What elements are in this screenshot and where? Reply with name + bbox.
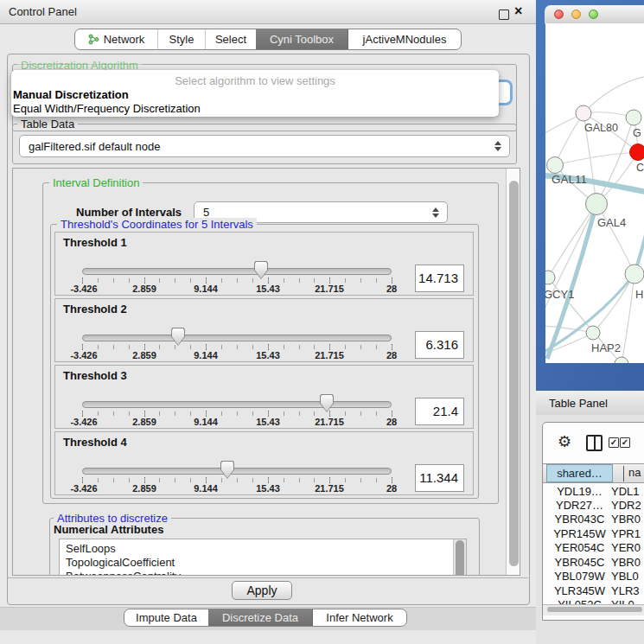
column-header-name[interactable]: na: [628, 466, 641, 479]
threshold-2-slider[interactable]: [82, 335, 392, 341]
attributes-groupbox: Attributes to discretize Numerical Attri…: [49, 518, 480, 576]
table-row[interactable]: YBL079WYBL0: [543, 570, 644, 583]
table-data-group-title: Table Data: [17, 118, 78, 131]
node-label-c: C: [636, 162, 644, 174]
minimize-traffic-light-icon[interactable]: [571, 10, 581, 19]
mode-tabs: Impute Data Discretize Data Infer Networ…: [124, 609, 407, 627]
table-hscrollbar-thumb[interactable]: [547, 607, 642, 612]
table-row[interactable]: YBR043CYBR0: [543, 513, 644, 526]
algorithm-dropdown-popup: Select algorithm to view settings Manual…: [11, 70, 499, 117]
split-columns-icon[interactable]: [586, 435, 603, 451]
threshold-3-slider-thumb[interactable]: [320, 394, 334, 412]
threshold-3-slider[interactable]: [82, 401, 392, 408]
table-window: ⚙ ✓ ✓ shared… na YDL19…YDL1 YDR27…YDR2 Y…: [542, 422, 644, 621]
numerical-attributes-label: Numerical Attributes: [54, 523, 163, 536]
table-row[interactable]: YPR145WYPR1: [543, 527, 644, 541]
list-item[interactable]: BetweennessCentrality: [66, 570, 181, 576]
threshold-3-label: Threshold 3: [63, 369, 127, 382]
threshold-2-panel: Threshold 2 -3.426 2.859 9.144 15.43 21.…: [54, 298, 474, 362]
numerical-attributes-list[interactable]: SelfLoops TopologicalCoefficient Between…: [59, 539, 467, 576]
tab-network[interactable]: Network: [75, 29, 157, 49]
network-window-titlebar[interactable]: [545, 5, 644, 24]
interval-group-title: Interval Definition: [49, 176, 143, 189]
node-red-selected[interactable]: [630, 144, 644, 161]
checkbox-checked-icon[interactable]: ✓: [620, 437, 630, 448]
float-window-icon[interactable]: [499, 10, 509, 20]
node-h[interactable]: [625, 265, 644, 284]
table-row[interactable]: YDL19…YDL1: [543, 485, 644, 499]
settings-scrollbar[interactable]: [506, 169, 520, 576]
node-gal80[interactable]: [576, 105, 591, 121]
settings-scrollbar-thumb[interactable]: [509, 181, 519, 566]
table-row[interactable]: YLR345WYLR3: [543, 584, 644, 598]
threshold-4-panel: Threshold 4 -3.426 2.859 9.144 15.43 21.…: [54, 431, 474, 495]
slider-minor-ticks: [82, 411, 392, 416]
node-label-gal4: GAL4: [597, 216, 626, 229]
table-row[interactable]: YBR045CYBR0: [543, 556, 644, 570]
zoom-traffic-light-icon[interactable]: [589, 10, 598, 19]
slider-minor-ticks: [82, 278, 392, 283]
algorithm-prompt: Select algorithm to view settings: [11, 74, 499, 87]
list-scrollbar[interactable]: [453, 539, 466, 576]
checkbox-checked-icon[interactable]: ✓: [609, 437, 619, 448]
threshold-1-panel: Threshold 1 -3.426 2.859 9.144 15.43 21.…: [54, 232, 474, 296]
table-data-combobox[interactable]: galFiltered.sif default node: [19, 135, 510, 157]
threshold-4-label: Threshold 4: [63, 436, 127, 449]
num-intervals-value: 5: [203, 206, 209, 219]
threshold-1-label: Threshold 1: [63, 236, 127, 249]
threshold-2-label: Threshold 2: [63, 303, 127, 316]
threshold-4-slider-thumb[interactable]: [220, 461, 234, 479]
stepper-arrows-icon: [432, 207, 439, 218]
algorithm-option-manual[interactable]: Manual Discretization: [13, 88, 129, 101]
threshold-4-value-field[interactable]: 11.344: [415, 464, 464, 492]
threshold-2-value-field[interactable]: 6.316: [415, 331, 464, 359]
control-panel-titlebar: Control Panel ×: [0, 0, 536, 24]
threshold-1-slider[interactable]: [82, 268, 392, 275]
threshold-1-slider-thumb[interactable]: [254, 261, 268, 279]
settings-scroll-pane: Interval Definition Number of Intervals …: [12, 168, 520, 576]
column-header-shared-name[interactable]: shared…: [546, 464, 613, 482]
panel-title: Control Panel: [9, 5, 77, 18]
node-label-gal11: GAL11: [552, 173, 587, 186]
control-panel-tabs: Network Style Select Cyni Toolbox jActiv…: [74, 29, 462, 50]
tab-jactivemnodules[interactable]: jActiveMNodules: [348, 29, 461, 49]
node-label-hap2: HAP2: [591, 341, 621, 354]
apply-button[interactable]: Apply: [232, 581, 292, 600]
threshold-4-slider[interactable]: [82, 468, 392, 475]
algorithm-option-equal-width[interactable]: Equal Width/Frequency Discretization: [13, 102, 201, 115]
table-header-row: shared… na: [543, 463, 644, 483]
thresholds-groupbox: Threshold's Coordinates for 5 Intervals …: [50, 224, 479, 499]
threshold-3-panel: Threshold 3 -3.426 2.859 9.144 15.43 21.…: [54, 365, 474, 429]
table-panel-title: Table Panel: [549, 397, 608, 410]
threshold-2-slider-thumb[interactable]: [171, 328, 185, 346]
gear-icon[interactable]: ⚙: [558, 434, 571, 450]
list-item[interactable]: TopologicalCoefficient: [66, 556, 175, 569]
threshold-1-value-field[interactable]: 14.713: [415, 265, 464, 292]
tab-impute-data[interactable]: Impute Data: [124, 609, 208, 626]
table-panel-titlebar: Table Panel: [536, 391, 644, 416]
close-traffic-light-icon[interactable]: [554, 10, 564, 19]
threshold-3-value-field[interactable]: 21.4: [415, 398, 464, 425]
node-gal11[interactable]: [547, 157, 564, 174]
close-icon[interactable]: ×: [514, 3, 522, 19]
tab-discretize-data[interactable]: Discretize Data: [208, 609, 312, 626]
table-hscrollbar[interactable]: [543, 604, 644, 615]
tab-infer-network[interactable]: Infer Network: [312, 609, 406, 626]
interval-definition-groupbox: Interval Definition Number of Intervals …: [42, 182, 499, 504]
node-gcy1[interactable]: [545, 271, 555, 284]
node-hap2[interactable]: [586, 326, 600, 340]
slider-minor-ticks: [82, 345, 392, 349]
divider: [8, 577, 528, 578]
column-divider[interactable]: [623, 466, 624, 481]
list-scrollbar-thumb[interactable]: [456, 540, 464, 576]
tab-cyni-toolbox[interactable]: Cyni Toolbox: [256, 29, 348, 49]
tab-style[interactable]: Style: [157, 29, 205, 49]
tab-select[interactable]: Select: [205, 29, 256, 49]
table-row[interactable]: YDR27…YDR2: [543, 499, 644, 513]
table-row[interactable]: YER054CYER0: [543, 541, 644, 555]
network-canvas[interactable]: GAL80 G C GAL11 GAL4 GCY1 H HAP2: [545, 23, 644, 363]
list-item[interactable]: SelfLoops: [66, 542, 116, 555]
node-g[interactable]: [626, 110, 641, 125]
table-data-value: galFiltered.sif default node: [29, 140, 160, 153]
node-gal4[interactable]: [586, 194, 608, 215]
